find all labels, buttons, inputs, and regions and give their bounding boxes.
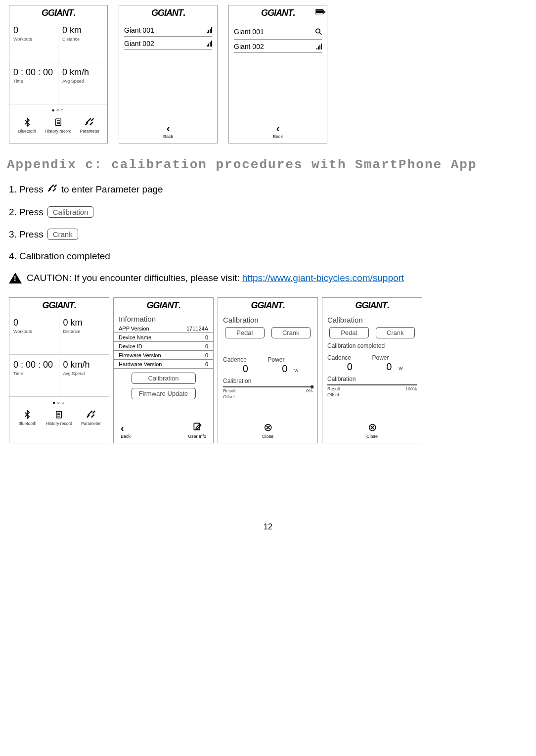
progress-bar — [223, 386, 313, 387]
screenshot-calibration-100: GGIANT. Calibration Pedal Crank Calibrat… — [322, 297, 422, 443]
cadence-block: Cadence 0 — [327, 354, 372, 373]
pedal-button[interactable]: Pedal — [225, 327, 265, 338]
giant-logo: GGIANT. — [355, 300, 389, 311]
signal-icon — [316, 44, 322, 49]
document-icon — [44, 409, 75, 421]
close-button[interactable]: ⊗ Close — [218, 421, 317, 439]
firmware-update-button[interactable]: Firmware Update — [132, 388, 196, 399]
screenshot-calibration-0: GGIANT. Calibration Pedal Crank Cadence … — [218, 297, 318, 443]
info-title: Information — [114, 313, 213, 324]
giant-logo: GGIANT. — [146, 300, 180, 311]
stat-avgspeed: 0 km/h Avg Speed — [58, 62, 107, 104]
crank-button-inline: Crank — [47, 229, 78, 240]
calibration-completed-text: Calibration completed — [322, 338, 422, 349]
nav-parameter[interactable]: Parameter — [74, 117, 105, 134]
step-3: 3. Press Crank — [9, 229, 527, 240]
edit-icon — [188, 422, 206, 434]
support-link[interactable]: https://www.giant-bicycles.com/support — [242, 273, 404, 283]
nav-history[interactable]: History record — [43, 117, 74, 134]
calibration-title: Calibration — [322, 313, 422, 327]
stat-distance: 0 km Distance — [58, 20, 107, 62]
crank-button[interactable]: Crank — [376, 327, 415, 338]
logo-bar: GGIANT. — [9, 5, 107, 20]
back-button[interactable]: ‹ Back — [119, 123, 217, 139]
user-info-button[interactable]: User Info — [188, 422, 206, 439]
caution-note: CAUTION: If you encounter difficulties, … — [9, 273, 527, 284]
close-icon: ⊗ — [322, 421, 422, 434]
screenshot-home-2: GGIANT. 0Workouts 0 kmDistance 0 : 00 : … — [9, 297, 109, 443]
giant-logo: GGIANT. — [42, 8, 75, 18]
giant-logo: GGIANT. — [261, 8, 295, 18]
calibration-button[interactable]: Calibration — [132, 373, 196, 384]
screenshot-information: GGIANT. Information APP Version171124A D… — [113, 297, 214, 443]
screenshot-devices-signal: GGIANT. Giant 001 Giant 002 ‹ Back — [119, 5, 218, 143]
nav-history[interactable]: History record — [44, 409, 75, 426]
page-number: 12 — [9, 522, 527, 531]
crank-button[interactable]: Crank — [271, 327, 311, 338]
giant-logo: GGIANT. — [251, 300, 284, 311]
power-block: Power 0w — [268, 356, 313, 375]
stat-workouts: 0 Workouts — [9, 20, 58, 62]
screenshot-home: GGIANT. 0 Workouts 0 km Distance 0 : 00 … — [9, 5, 108, 143]
device-row[interactable]: Giant 001 ⚲ — [234, 23, 322, 40]
signal-icon — [207, 27, 212, 33]
back-button[interactable]: ‹ Back — [229, 123, 327, 139]
stat-time: 0 : 00 : 00 Time — [9, 62, 58, 104]
info-row: Device ID0 — [114, 342, 213, 351]
battery-icon — [315, 9, 324, 14]
link-icon: ⚲ — [313, 26, 325, 38]
step-2: 2. Press Calibration — [9, 206, 527, 218]
calibration-button-inline: Calibration — [47, 206, 94, 218]
step-4: 4. Calibration completed — [9, 251, 527, 262]
cadence-block: Cadence 0 — [223, 356, 268, 375]
bluetooth-icon — [11, 409, 43, 421]
progress-bar — [327, 384, 417, 385]
page-dots: ●○○ — [9, 107, 107, 113]
device-row[interactable]: Giant 001 — [124, 23, 212, 37]
pedal-button[interactable]: Pedal — [329, 327, 369, 338]
device-row[interactable]: Giant 002 — [234, 40, 322, 53]
giant-logo: GGIANT. — [42, 300, 76, 311]
close-icon: ⊗ — [218, 421, 317, 434]
calibration-title: Calibration — [218, 313, 317, 327]
screenshot-devices-linked: GGIANT. Giant 001 ⚲ Giant 002 ‹ Back — [228, 5, 327, 143]
chevron-left-icon: ‹ — [119, 123, 217, 134]
nav-parameter[interactable]: Parameter — [75, 409, 107, 426]
info-row: Firmware Version0 — [114, 351, 213, 360]
document-icon — [43, 117, 74, 129]
power-block: Power 0w — [372, 354, 417, 373]
nav-bluetooth[interactable]: Bluetooth — [11, 409, 43, 426]
giant-logo: GGIANT. — [151, 8, 185, 18]
nav-bluetooth[interactable]: Bluetooth — [11, 117, 43, 134]
appendix-heading: Appendix c: calibration procedures with … — [7, 157, 527, 172]
device-row[interactable]: Giant 002 — [124, 37, 212, 50]
chevron-left-icon: ‹ — [229, 123, 327, 134]
signal-icon — [207, 41, 212, 47]
tools-icon — [75, 409, 107, 421]
tools-icon — [47, 183, 57, 195]
tools-icon — [74, 117, 105, 129]
info-row: Device Name0 — [114, 333, 213, 342]
warning-icon — [9, 273, 22, 284]
step-1: 1. Press to enter Parameter page — [9, 183, 527, 195]
close-button[interactable]: ⊗ Close — [322, 421, 422, 439]
bluetooth-icon — [11, 117, 43, 129]
info-row: Hardware Version0 — [114, 360, 213, 369]
info-row: APP Version171124A — [114, 324, 213, 333]
